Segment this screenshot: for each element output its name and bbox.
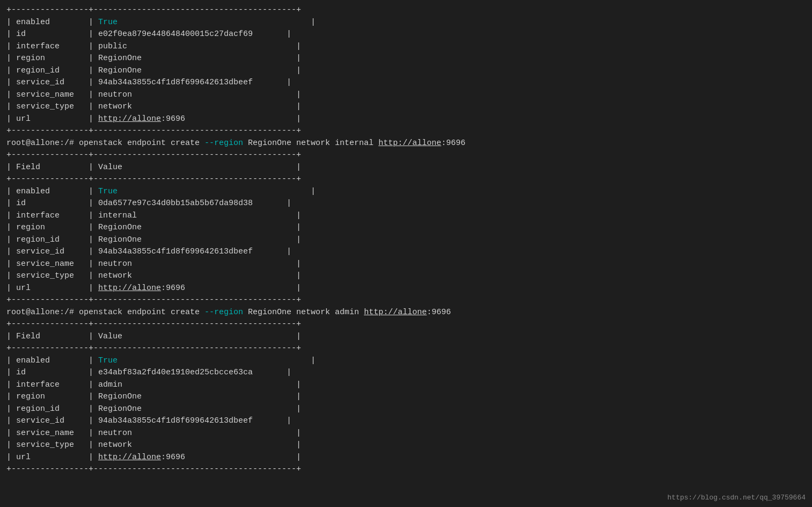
table3-row-serviceid: | service_id | 94ab34a3855c4f1d8f6996426…	[6, 415, 806, 428]
table2-row-regionid: | region_id | RegionOne |	[6, 234, 806, 247]
table1-row-id: | id | e02f0ea879e448648400015c27dacf69 …	[6, 28, 806, 41]
table1-row-servicetype: | service_type | network |	[6, 101, 806, 113]
table2-header-border: +----------------+----------------------…	[6, 173, 806, 186]
table3-row-servicename: | service_name | neutron |	[6, 428, 806, 440]
table1-row-regionid: | region_id | RegionOne |	[6, 65, 806, 77]
table3-top-border: +----------------+----------------------…	[6, 318, 806, 331]
command3: root@allone:/# openstack endpoint create…	[6, 307, 806, 319]
table1-top-border: +----------------+----------------------…	[6, 4, 806, 17]
table3-header: | Field | Value |	[6, 331, 806, 343]
table3-row-url: | url | http://allone:9696 |	[6, 452, 806, 464]
terminal-window: +----------------+----------------------…	[0, 0, 812, 480]
table3-row-regionid: | region_id | RegionOne |	[6, 403, 806, 416]
table2-row-id: | id | 0da6577e97c34d0bb15ab5b67da98d38 …	[6, 198, 806, 210]
table1-row-region: | region | RegionOne |	[6, 53, 806, 65]
table1-row-enabled: | enabled | True |	[6, 17, 806, 29]
table2-row-servicename: | service_name | neutron |	[6, 258, 806, 271]
table3-row-servicetype: | service_type | network |	[6, 439, 806, 452]
watermark: https://blog.csdn.net/qq_39759664	[668, 492, 806, 503]
table3-row-id: | id | e34abf83a2fd40e1910ed25cbcce63ca …	[6, 367, 806, 379]
table1-row-servicename: | service_name | neutron |	[6, 89, 806, 102]
table3-header-border: +----------------+----------------------…	[6, 343, 806, 355]
table3-row-region: | region | RegionOne |	[6, 391, 806, 403]
table2-row-region: | region | RegionOne |	[6, 222, 806, 234]
table2-row-interface: | interface | internal |	[6, 210, 806, 222]
table2-row-serviceid: | service_id | 94ab34a3855c4f1d8f6996426…	[6, 246, 806, 258]
table2-bottom-border: +----------------+----------------------…	[6, 294, 806, 307]
table3-row-enabled: | enabled | True |	[6, 355, 806, 367]
table1-row-serviceid: | service_id | 94ab34a3855c4f1d8f6996426…	[6, 77, 806, 89]
table2-row-url: | url | http://allone:9696 |	[6, 283, 806, 295]
table2-row-enabled: | enabled | True |	[6, 186, 806, 198]
table2-header: | Field | Value |	[6, 162, 806, 174]
table1-row-interface: | interface | public |	[6, 41, 806, 53]
table2-top-border: +----------------+----------------------…	[6, 149, 806, 162]
table2-row-servicetype: | service_type | network |	[6, 270, 806, 283]
table3-row-interface: | interface | admin |	[6, 379, 806, 392]
table1-bottom-border: +----------------+----------------------…	[6, 125, 806, 137]
command2: root@allone:/# openstack endpoint create…	[6, 137, 806, 150]
table3-bottom-border: +----------------+----------------------…	[6, 463, 806, 476]
table1-row-url: | url | http://allone:9696 |	[6, 113, 806, 126]
